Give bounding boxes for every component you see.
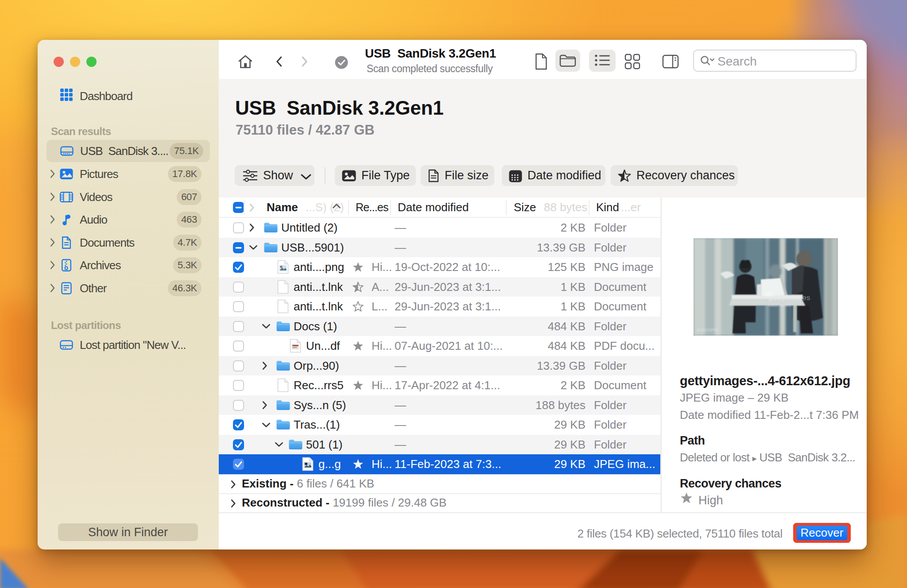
svg-text:Klaus Vedfelt: Klaus Vedfelt — [768, 303, 791, 308]
svg-text:1126228/94: 1126228/94 — [697, 328, 717, 332]
svg-text:gettyimages: gettyimages — [768, 294, 810, 302]
